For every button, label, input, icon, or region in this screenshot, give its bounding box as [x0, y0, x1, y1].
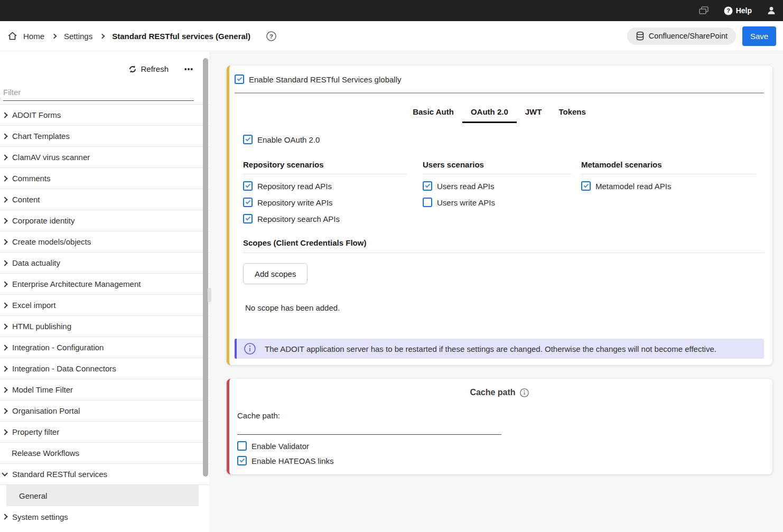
sidebar-item-model-time-filter[interactable]: Model Time Filter: [0, 379, 209, 400]
sidebar-item-chart-templates[interactable]: Chart Templates: [0, 126, 209, 147]
repository-search-apis-checkbox[interactable]: [243, 214, 253, 223]
tab-oauth-2-0[interactable]: OAuth 2.0: [462, 104, 517, 123]
chevron-down-icon: [2, 470, 7, 476]
sidebar-item-label: General: [19, 491, 47, 500]
sidebar-item-organisation-portal[interactable]: Organisation Portal: [0, 400, 209, 422]
sidebar-item-label: ClamAV virus scanner: [12, 153, 90, 162]
chevron-right-icon: [2, 218, 7, 223]
confluence-sharepoint-label: Confluence/SharePoint: [649, 32, 728, 40]
page-help-icon[interactable]: ?: [266, 31, 276, 41]
sidebar-nav: ADOIT Forms Chart Templates ClamAV virus…: [0, 104, 209, 527]
check-icon: [245, 183, 250, 188]
sidebar-splitter-handle[interactable]: [208, 288, 211, 302]
sidebar-item-excel-import[interactable]: Excel import: [0, 295, 209, 316]
sidebar-item-label: Create models/objects: [12, 237, 91, 246]
check-icon: [237, 76, 242, 81]
users-write-apis-checkbox[interactable]: [423, 198, 432, 207]
filter-input[interactable]: [3, 88, 194, 97]
metamodel-read-apis-checkbox[interactable]: [581, 181, 591, 191]
enable-hateoas-links-checkbox[interactable]: [237, 456, 247, 465]
home-icon[interactable]: [7, 31, 17, 41]
tab-tokens[interactable]: Tokens: [550, 104, 594, 123]
help-icon: ?: [724, 6, 733, 15]
sidebar-item-create-models-objects[interactable]: Create models/objects: [0, 231, 209, 253]
breadcrumb-home[interactable]: Home: [23, 32, 44, 41]
refresh-button[interactable]: Refresh: [128, 64, 169, 73]
confluence-sharepoint-button[interactable]: Confluence/SharePoint: [627, 27, 736, 45]
app-window: ? Help Home Settings Standard RESTful se…: [0, 0, 783, 532]
more-options-button[interactable]: [184, 68, 193, 71]
restart-notice-banner: The ADOIT application server has to be r…: [235, 339, 764, 359]
breadcrumb-settings[interactable]: Settings: [64, 32, 92, 41]
chevron-right-icon: [100, 33, 105, 39]
info-icon[interactable]: [520, 388, 529, 397]
sidebar-item-label: Release Workflows: [12, 449, 79, 458]
option-label: Repository search APIs: [257, 214, 340, 223]
info-icon: [244, 343, 256, 354]
tab-basic-auth[interactable]: Basic Auth: [404, 104, 462, 123]
breadcrumb: Home Settings Standard RESTful services …: [7, 31, 250, 41]
option-label: Users read APIs: [437, 182, 494, 191]
scenario-columns: Repository scenarios Repository read API…: [243, 160, 764, 223]
sidebar-scrollbar[interactable]: [203, 58, 208, 477]
chevron-right-icon: [2, 323, 7, 329]
check-icon: [245, 136, 250, 142]
sidebar-item-clamav-virus-scanner[interactable]: ClamAV virus scanner: [0, 147, 209, 168]
chevron-right-icon: [2, 239, 7, 245]
sidebar-item-property-filter[interactable]: Property filter: [0, 422, 209, 443]
svg-text:?: ?: [726, 7, 730, 14]
sidebar-item-system-settings[interactable]: System settings: [0, 506, 209, 527]
tab-jwt[interactable]: JWT: [517, 104, 551, 123]
sidebar-item-html-publishing[interactable]: HTML publishing: [0, 316, 209, 337]
sidebar-item-label: System settings: [12, 512, 68, 521]
check-icon: [239, 458, 245, 463]
check-icon: [245, 216, 250, 221]
sidebar-item-standard-restful-services[interactable]: Standard RESTful services: [0, 464, 209, 485]
auth-tabs: Basic Auth OAuth 2.0 JWT Tokens: [235, 104, 764, 123]
user-icon[interactable]: [767, 6, 776, 15]
no-scope-text: No scope has been added.: [245, 303, 764, 312]
option-label: Repository read APIs: [257, 182, 332, 191]
more-icon: [184, 68, 193, 71]
option-label: Enable Validator: [251, 442, 309, 451]
sidebar-item-label: Chart Templates: [12, 132, 70, 141]
global-enable-checkbox[interactable]: [235, 74, 244, 84]
divider: [235, 92, 764, 94]
cache-path-input[interactable]: [237, 422, 501, 435]
breadcrumb-current: Standard RESTful services (General): [112, 32, 250, 41]
sidebar-item-corporate-identity[interactable]: Corporate identity: [0, 210, 209, 231]
sidebar-item-adoit-forms[interactable]: ADOIT Forms: [0, 105, 209, 126]
repository-scenarios-column: Repository scenarios Repository read API…: [243, 160, 407, 223]
sidebar-item-comments[interactable]: Comments: [0, 168, 209, 189]
chevron-right-icon: [2, 302, 7, 308]
sidebar-item-general[interactable]: General: [6, 485, 199, 506]
sidebar-item-content[interactable]: Content: [0, 189, 209, 210]
breadcrumb-bar: Home Settings Standard RESTful services …: [0, 21, 783, 51]
sidebar-item-label: Organisation Portal: [12, 406, 80, 415]
sidebar-item-label: Model Time Filter: [12, 385, 73, 394]
sidebar-item-label: Data actuality: [12, 258, 60, 267]
sidebar-item-label: Content: [12, 195, 40, 204]
refresh-icon: [128, 65, 137, 73]
enable-validator-checkbox[interactable]: [237, 441, 247, 451]
windows-icon[interactable]: [698, 6, 709, 15]
sidebar-item-integration-data-connectors[interactable]: Integration - Data Connectors: [0, 358, 209, 379]
enable-oauth-checkbox[interactable]: [243, 135, 253, 144]
metamodel-scenarios-column: Metamodel scenarios Metamodel read APIs: [581, 160, 756, 223]
settings-sidebar: Refresh ADOIT Forms Chart Templates Clam…: [0, 51, 209, 532]
help-label: Help: [736, 6, 752, 15]
save-button[interactable]: Save: [742, 26, 776, 46]
repository-write-apis-checkbox[interactable]: [243, 198, 253, 207]
users-read-apis-checkbox[interactable]: [423, 181, 432, 191]
sidebar-item-enterprise-architecture-management[interactable]: Enterprise Architecture Management: [0, 274, 209, 295]
sidebar-item-data-actuality[interactable]: Data actuality: [0, 253, 209, 274]
cache-path-label: Cache path:: [237, 411, 764, 420]
chevron-right-icon: [52, 33, 57, 39]
help-button[interactable]: ? Help: [724, 6, 752, 15]
repository-read-apis-checkbox[interactable]: [243, 181, 253, 191]
sidebar-item-release-workflows[interactable]: Release Workflows: [0, 443, 209, 464]
sidebar-item-label: Property filter: [12, 427, 59, 436]
sidebar-item-integration-configuration[interactable]: Integration - Configuration: [0, 337, 209, 358]
add-scopes-button[interactable]: Add scopes: [243, 263, 307, 284]
column-heading: Users scenarios: [423, 160, 571, 174]
